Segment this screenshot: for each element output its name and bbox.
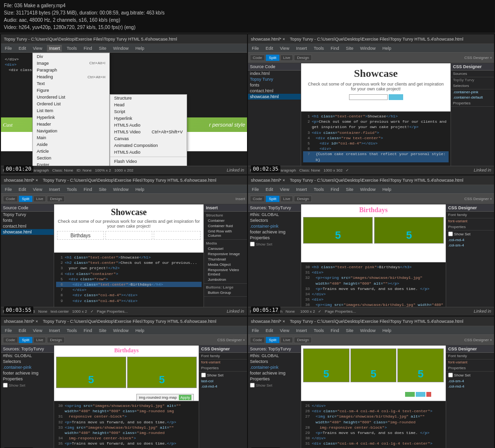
p5-help[interactable]: Help	[133, 327, 146, 334]
p3-file[interactable]: File	[3, 186, 14, 193]
html-sub-flash[interactable]: HTML5 Audio	[110, 149, 187, 156]
menu-item-ul[interactable]: Unordered List	[33, 94, 109, 101]
p3-fonts[interactable]: fonts	[1, 217, 54, 223]
p5-site[interactable]: Site	[97, 327, 108, 334]
p3-window[interactable]: Window	[111, 186, 131, 193]
p3-ins-embed[interactable]: Responsive Video Embed	[206, 267, 245, 277]
p3-ins-responsive[interactable]: Responsive Image	[206, 251, 245, 257]
btn-code[interactable]: Code	[250, 55, 265, 61]
p6-btn-split[interactable]: Split	[266, 337, 279, 343]
panel3-menubar[interactable]: File Edit View Insert Tools Find Site Wi…	[1, 185, 247, 194]
p5-show-set-chk2[interactable]	[201, 373, 206, 377]
p4-site[interactable]: Site	[344, 186, 355, 193]
p5-container-pink[interactable]: .container-pink	[1, 364, 54, 370]
p6-container-pink[interactable]: .container-pink	[248, 364, 301, 370]
p2-find[interactable]: Find	[329, 45, 341, 52]
panel6-menubar[interactable]: File Edit View Insert Tools Find Site Wi…	[248, 326, 494, 335]
p4-btn-live[interactable]: Live	[280, 196, 293, 202]
p2-window[interactable]: Window	[358, 45, 378, 52]
p6-show-set[interactable]: Show Set	[248, 382, 301, 389]
menu-item-ol[interactable]: Ordered List	[33, 101, 109, 107]
p5-btn-design[interactable]: Design	[47, 337, 65, 343]
panel2-view-toggle[interactable]: Code Split Live Design	[250, 55, 312, 61]
p3-ins-jumbotron[interactable]: Jumbotron	[206, 277, 245, 282]
p3-ins-container[interactable]: Container	[206, 218, 245, 223]
menu-item-article[interactable]: Article	[33, 148, 109, 155]
p4-show-set-chk[interactable]	[448, 231, 453, 236]
p6-show-set-r[interactable]: Show Set	[446, 372, 494, 378]
p6-selector[interactable]: Selectors	[248, 359, 301, 364]
p5-view-toggle[interactable]: Code Split Live Design	[3, 337, 65, 343]
p6-edit[interactable]: Edit	[264, 327, 276, 334]
p3-contact[interactable]: contact.html	[1, 223, 54, 229]
p5-show-set-chk[interactable]	[3, 383, 8, 388]
p4-help[interactable]: Help	[380, 186, 393, 193]
p5-window[interactable]: Window	[111, 327, 131, 334]
p2-file-index[interactable]: index.html	[248, 71, 301, 76]
html-sub-html5audio[interactable]: HTML5 Audio	[110, 122, 187, 129]
html-sub-html5video[interactable]: HTML5 Video Ctrl+Alt+Shift+V	[110, 129, 187, 135]
p5-file[interactable]: File	[3, 327, 14, 334]
p5-show-set-r[interactable]: Show Set	[199, 372, 247, 378]
menu-site[interactable]: Site	[97, 45, 108, 52]
p5-selector[interactable]: Selectors	[1, 359, 54, 364]
p2-tools[interactable]: Tools	[312, 45, 326, 52]
p3-ins-btn-group[interactable]: Button Group	[206, 290, 245, 295]
p5-footer-achieve[interactable]: footer achieve img	[1, 370, 54, 376]
p6-insert[interactable]: Insert	[294, 327, 309, 334]
panel5-menubar[interactable]: File Edit View Insert Tools Find Site Wi…	[1, 326, 247, 335]
p5-btn-live[interactable]: Live	[33, 337, 46, 343]
menu-view[interactable]: View	[31, 45, 44, 52]
p5-btn-code[interactable]: Code	[3, 337, 18, 343]
p6-footer-achieve[interactable]: footer achieve img	[248, 370, 301, 376]
p6-window[interactable]: Window	[358, 327, 378, 334]
p6-img-btn-2[interactable]	[416, 392, 425, 397]
p5-find[interactable]: Find	[82, 327, 94, 334]
p5-btn-split[interactable]: Split	[19, 337, 32, 343]
p3-btn-code[interactable]: Code	[3, 196, 18, 202]
html-sub-script[interactable]: Script	[110, 108, 187, 115]
menu-edit[interactable]: Edit	[17, 45, 29, 52]
menu-tools[interactable]: Tools	[65, 45, 79, 52]
menu-item-section[interactable]: Section	[33, 155, 109, 161]
p3-ins-thumbnail[interactable]: Thumbnail	[206, 257, 245, 262]
p6-view[interactable]: View	[278, 327, 291, 334]
p4-show-set-checkbox[interactable]	[250, 242, 255, 246]
menu-item-figure[interactable]: Figure	[33, 87, 109, 94]
btn-design[interactable]: Design	[294, 55, 312, 61]
p6-show-set-chk[interactable]	[250, 383, 255, 388]
p5-insert[interactable]: Insert	[47, 327, 62, 334]
p3-ins-media-object[interactable]: Media Object	[206, 262, 245, 267]
menu-item-div[interactable]: Div	[33, 53, 109, 60]
p6-img-btn-1[interactable]	[405, 392, 415, 397]
p2-edit[interactable]: Edit	[264, 45, 276, 52]
p4-container-pink[interactable]: .container-pink	[248, 223, 301, 229]
menu-file[interactable]: File	[3, 45, 14, 52]
p6-file[interactable]: File	[250, 327, 261, 334]
p3-ins-carousel[interactable]: Carousel	[206, 246, 245, 251]
p6-find[interactable]: Find	[329, 327, 341, 334]
menu-item-nav[interactable]: Navigation	[33, 128, 109, 134]
p4-show-set-right[interactable]: Show Set	[446, 231, 494, 237]
p4-footer-achieve[interactable]: footer achieve img	[248, 229, 301, 235]
menu-find[interactable]: Find	[82, 45, 94, 52]
p4-window[interactable]: Window	[358, 186, 378, 193]
p6-img-btn-3[interactable]	[426, 392, 431, 397]
p3-insert[interactable]: Insert	[47, 186, 62, 193]
p6-help[interactable]: Help	[380, 327, 393, 334]
p2-file-fonts[interactable]: fonts	[248, 82, 301, 88]
menu-item-aside[interactable]: Aside	[33, 141, 109, 148]
panel4-menubar[interactable]: File Edit View Insert Tools Find Site Wi…	[248, 185, 494, 194]
p3-site[interactable]: Site	[97, 186, 108, 193]
menu-item-header[interactable]: Header	[33, 121, 109, 128]
menu-item-text[interactable]: Text	[33, 80, 109, 87]
p4-btn-code[interactable]: Code	[250, 196, 265, 202]
html-sub-plugin[interactable]: Plugin	[110, 165, 187, 166]
menu-insert[interactable]: Insert	[47, 45, 62, 52]
p5-global[interactable]: #this: GLOBAL	[1, 353, 54, 359]
btn-live[interactable]: Live	[280, 55, 293, 61]
p4-view-toggle[interactable]: Code Split Live Design	[250, 196, 312, 202]
p4-file[interactable]: File	[250, 186, 261, 193]
p4-global[interactable]: #this: GLOBAL	[248, 212, 301, 217]
p3-view-toggle[interactable]: Code Split Live Design	[3, 196, 65, 202]
